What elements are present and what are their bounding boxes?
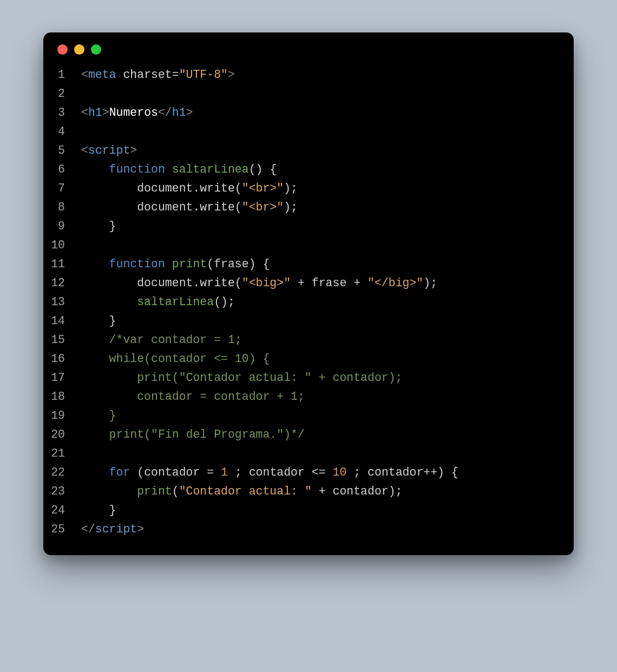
- token-ws: [81, 466, 109, 479]
- code-line: 15 /*var contador = 1;: [43, 331, 574, 350]
- token-angle: >: [228, 68, 235, 81]
- token-punc: {: [451, 466, 458, 479]
- code-content: </script>: [75, 520, 144, 539]
- token-keyword: function: [109, 258, 165, 271]
- token-punc: );: [284, 201, 298, 214]
- code-content: }: [75, 312, 116, 331]
- token-punc: );: [389, 485, 403, 498]
- code-line: 1<meta charset="UTF-8">: [43, 65, 574, 84]
- token-text: [305, 276, 312, 289]
- token-ws: [81, 390, 137, 403]
- token-punc: +: [353, 276, 360, 289]
- token-ident: document: [137, 201, 193, 214]
- line-number: 12: [43, 274, 75, 293]
- token-text: [228, 466, 235, 479]
- code-content: print("Contador actual: " + contador);: [75, 368, 403, 387]
- token-text: [312, 485, 319, 498]
- code-content: saltarLinea();: [75, 293, 235, 312]
- token-ws: [81, 485, 137, 498]
- token-punc: }: [109, 220, 116, 233]
- token-string: "</big>": [367, 276, 423, 289]
- token-punc: (: [235, 182, 242, 195]
- token-ws: [81, 409, 109, 422]
- token-ws: [81, 504, 109, 517]
- code-line: 24 }: [43, 501, 574, 520]
- token-punc: +: [298, 276, 305, 289]
- token-attr: charset: [123, 68, 172, 81]
- code-line: 3<h1>Numeros</h1>: [43, 103, 574, 122]
- token-punc: ): [249, 258, 256, 271]
- token-txt: Numeros: [109, 106, 158, 119]
- code-line: 8 document.write("<br>");: [43, 198, 574, 217]
- close-button[interactable]: [57, 44, 68, 55]
- code-line: 5<script>: [43, 141, 574, 160]
- code-content: }: [75, 501, 116, 520]
- line-number: 2: [43, 84, 75, 103]
- token-keyword: function: [109, 163, 165, 176]
- line-number: 1: [43, 65, 75, 84]
- code-editor[interactable]: 1<meta charset="UTF-8">2 3<h1>Numeros</h…: [43, 60, 574, 555]
- token-text: [262, 163, 270, 176]
- token-ws: [81, 428, 109, 441]
- token-text: [326, 466, 333, 479]
- code-content: }: [75, 406, 116, 425]
- token-ws: [81, 314, 109, 327]
- token-punc: .: [193, 182, 200, 195]
- line-number: 17: [43, 368, 75, 387]
- code-line: 17 print("Contador actual: " + contador)…: [43, 368, 574, 387]
- line-number: 20: [43, 425, 75, 444]
- token-num: 1: [221, 466, 228, 479]
- token-text: [291, 276, 298, 289]
- line-number: 24: [43, 501, 75, 520]
- token-comment: while(contador <= 10) {: [109, 352, 270, 365]
- code-content: document.write("<big>" + frase + "</big>…: [75, 274, 437, 293]
- token-method: write: [200, 201, 235, 214]
- line-number: 7: [43, 179, 75, 198]
- token-text: [305, 466, 312, 479]
- code-line: 22 for (contador = 1 ; contador <= 10 ; …: [43, 463, 574, 482]
- code-line: 18 contador = contador + 1;: [43, 387, 574, 406]
- token-punc: +: [319, 485, 326, 498]
- token-comment: /*var contador = 1;: [109, 333, 242, 346]
- token-text: [130, 466, 137, 479]
- token-angle: <: [81, 106, 88, 119]
- token-angle: <: [81, 68, 88, 81]
- token-ident: contador: [333, 485, 389, 498]
- token-fn: saltarLinea: [172, 163, 249, 176]
- token-ident: frase: [312, 276, 347, 289]
- line-number: 3: [43, 103, 75, 122]
- code-content: document.write("<br>");: [75, 198, 298, 217]
- code-content: [75, 84, 88, 103]
- token-tag: meta: [88, 68, 116, 81]
- code-content: <h1>Numeros</h1>: [75, 103, 193, 122]
- token-punc: }: [109, 504, 116, 517]
- code-content: [75, 122, 88, 141]
- line-number: 11: [43, 255, 75, 274]
- maximize-button[interactable]: [91, 44, 101, 55]
- token-punc: (: [207, 258, 214, 271]
- line-number: 14: [43, 312, 75, 331]
- code-content: contador = contador + 1;: [75, 387, 305, 406]
- token-punc: =: [207, 466, 214, 479]
- code-content: <meta charset="UTF-8">: [75, 65, 235, 84]
- line-number: 25: [43, 520, 75, 539]
- token-ident: frase: [214, 258, 249, 271]
- token-tag: h1: [172, 106, 186, 119]
- code-line: 19 }: [43, 406, 574, 425]
- token-method: write: [200, 276, 235, 289]
- token-text: [360, 276, 367, 289]
- token-ws: [81, 182, 137, 195]
- line-number: 13: [43, 293, 75, 312]
- code-line: 11 function print(frase) {: [43, 255, 574, 274]
- code-content: }: [75, 217, 116, 236]
- code-line: 10: [43, 236, 574, 255]
- token-punc: <=: [312, 466, 326, 479]
- token-text: [256, 258, 263, 271]
- token-comment: contador = contador + 1;: [137, 390, 305, 403]
- code-content: function saltarLinea() {: [75, 160, 277, 179]
- line-number: 19: [43, 406, 75, 425]
- code-content: function print(frase) {: [75, 255, 270, 274]
- minimize-button[interactable]: [74, 44, 84, 55]
- token-string: "<br>": [242, 201, 284, 214]
- token-text: [200, 466, 207, 479]
